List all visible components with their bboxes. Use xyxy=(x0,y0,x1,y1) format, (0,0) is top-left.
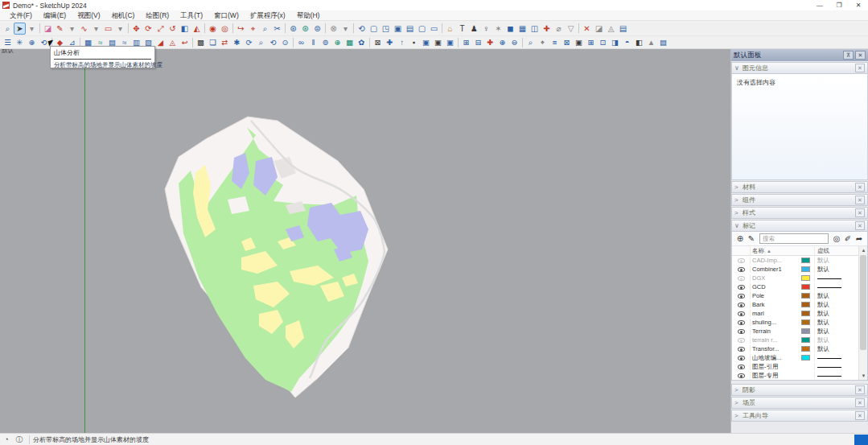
menu-item[interactable]: 编辑(E) xyxy=(38,10,72,21)
array-tool-icon[interactable]: ‖ xyxy=(307,37,319,48)
menu-item[interactable]: 窗口(W) xyxy=(208,10,245,21)
swap-tool-icon[interactable]: ⇄ xyxy=(219,37,231,48)
plugin-add-tool-icon[interactable]: ⊕ xyxy=(26,37,38,48)
tag-color-swatch[interactable] xyxy=(801,346,810,352)
rectangle-tool-icon[interactable]: ▭ xyxy=(102,23,114,35)
scroll-down-icon[interactable]: ▼ xyxy=(859,372,868,380)
maximize-button[interactable]: ❐ xyxy=(829,1,849,10)
visibility-eye-icon[interactable] xyxy=(738,320,745,325)
tag-row[interactable]: 山地坡编... xyxy=(732,353,858,362)
tag-color-swatch[interactable] xyxy=(801,266,810,272)
tag-dash-style[interactable]: 默认 xyxy=(814,257,858,265)
link-tool-icon[interactable]: ∞ xyxy=(295,37,307,48)
section-close-button[interactable]: ✕ xyxy=(855,398,865,407)
visibility-eye-icon[interactable] xyxy=(738,285,745,290)
open-file-icon[interactable]: ◳ xyxy=(380,23,392,35)
visibility-eye-icon[interactable] xyxy=(738,303,745,307)
tag-dash-style[interactable]: 默认 xyxy=(814,301,858,309)
menu-item[interactable]: 相机(C) xyxy=(106,10,141,21)
merge-tool-icon[interactable]: ⊟ xyxy=(472,37,484,48)
tag-name[interactable]: 图层-引用 xyxy=(750,363,796,371)
line-dropdown-icon[interactable]: ▾ xyxy=(66,23,78,35)
name-column-header[interactable]: 名称▲ xyxy=(750,247,796,255)
tag-name[interactable]: marl xyxy=(750,310,796,317)
tag-color-swatch[interactable] xyxy=(801,355,810,361)
visibility-eye-icon[interactable] xyxy=(738,338,745,343)
line-tool-icon[interactable]: ✎ xyxy=(54,23,66,35)
minimize-button[interactable]: — xyxy=(810,1,829,10)
shade-tool-icon[interactable]: ◧ xyxy=(633,37,645,48)
section-close-button[interactable]: ✕ xyxy=(855,385,865,394)
visibility-eye-icon[interactable] xyxy=(738,267,745,272)
arc-dropdown-icon[interactable]: ▾ xyxy=(90,23,102,35)
offset-tool-icon[interactable]: ◧ xyxy=(179,23,191,35)
scale-tool-icon[interactable]: ⤢ xyxy=(154,23,167,35)
hidden-geometry-tool-icon[interactable]: ⌀ xyxy=(553,23,565,35)
curve-tool-icon[interactable]: ↩ xyxy=(179,37,191,48)
tag-name[interactable]: Terrain xyxy=(750,328,796,335)
tags-scrollbar[interactable]: ▲ ▼ xyxy=(858,246,867,380)
add-tag-button[interactable]: ⊕ xyxy=(734,234,746,243)
lock-tool-icon[interactable]: ⊠ xyxy=(372,37,384,48)
dimension-tool-icon[interactable]: ⌖ xyxy=(247,23,259,35)
tag-name[interactable]: terrain r... xyxy=(750,336,796,344)
sandbox-tool-icon[interactable]: ◪ xyxy=(593,23,605,35)
mountain-tool-icon[interactable]: ▲ xyxy=(645,37,657,48)
section-tool-icon[interactable]: ✂ xyxy=(271,23,283,35)
menu-item[interactable]: 文件(F) xyxy=(4,10,38,21)
tag-dash-style[interactable] xyxy=(814,354,858,361)
tags-close-button[interactable]: ✕ xyxy=(855,221,865,230)
tag-row[interactable]: terrain r...默认 xyxy=(732,336,858,344)
save-scene-tool-icon[interactable]: ▣ xyxy=(420,37,432,48)
copy-tool-icon[interactable]: ▤ xyxy=(404,23,416,35)
scrollbar-thumb[interactable] xyxy=(860,255,866,350)
tile-tool-icon[interactable]: ⊞ xyxy=(460,37,472,48)
sheet-tool-icon[interactable]: ▤ xyxy=(657,37,669,48)
half-tool-icon[interactable]: ◨ xyxy=(609,37,621,48)
rotate-tool-icon[interactable]: ⟳ xyxy=(142,23,154,35)
tag-row[interactable]: shuling...默认 xyxy=(732,318,858,327)
plugin-settings-tool-icon[interactable]: ✳ xyxy=(14,37,26,48)
tag-dash-style[interactable]: 默认 xyxy=(814,345,858,353)
zoom-plugin-tool-icon[interactable]: ⌕ xyxy=(255,37,267,48)
zoom-out-tool-icon[interactable]: ⊖ xyxy=(508,37,520,48)
component-tool-icon[interactable]: ◼ xyxy=(504,23,516,35)
tag-dash-style[interactable]: 默认 xyxy=(814,319,858,327)
tag-name[interactable]: GCD xyxy=(750,283,796,290)
tag-dash-style[interactable]: 默认 xyxy=(814,310,858,318)
tag-search-input[interactable] xyxy=(759,233,829,244)
axes-tool-icon[interactable]: ↪ xyxy=(235,23,247,35)
section-header-材料[interactable]: >材料✕ xyxy=(731,181,868,193)
texture-tool-icon[interactable]: ▩ xyxy=(195,37,207,48)
zoom-in-tool-icon[interactable]: ⊕ xyxy=(496,37,508,48)
find-tool-icon[interactable]: ⌕ xyxy=(525,37,537,48)
position-camera-tool-icon[interactable]: ♀ xyxy=(480,23,492,35)
menu-item[interactable]: 视图(V) xyxy=(72,10,105,21)
target-tool-icon[interactable]: ⊚ xyxy=(319,37,331,48)
terrain-model[interactable] xyxy=(0,49,730,433)
visibility-eye-icon[interactable] xyxy=(738,311,745,316)
tag-color-swatch[interactable] xyxy=(801,302,810,307)
text-tool-icon[interactable]: T xyxy=(456,23,468,35)
info-icon[interactable]: ⓘ xyxy=(13,435,26,445)
tag-row[interactable]: CAD-Imp...默认 xyxy=(732,256,858,265)
visibility-eye-icon[interactable] xyxy=(738,365,745,369)
cross-tool-icon[interactable]: ✚ xyxy=(384,37,396,48)
tag-color-swatch[interactable] xyxy=(801,293,810,299)
tag-color-swatch[interactable] xyxy=(801,284,810,290)
select-tool-icon[interactable]: ➤ xyxy=(14,23,26,35)
tag-name[interactable]: shuling... xyxy=(750,319,796,326)
burst-tool-icon[interactable]: ✱ xyxy=(231,37,243,48)
close-button[interactable]: ✕ xyxy=(849,1,868,10)
rollback-tool-icon[interactable]: ⟲ xyxy=(267,37,279,48)
ramp-tool-icon[interactable]: ◢ xyxy=(154,37,167,48)
visibility-eye-icon[interactable] xyxy=(738,329,745,334)
export-tool-icon[interactable]: ▣ xyxy=(444,37,456,48)
menu-item[interactable]: 绘图(R) xyxy=(140,10,175,21)
entity-info-close-button[interactable]: ✕ xyxy=(855,64,865,72)
report-tool-icon[interactable]: ▤ xyxy=(617,23,629,35)
tag-row[interactable]: marl默认 xyxy=(732,309,858,318)
tag-row[interactable]: Combiner1默认 xyxy=(732,265,858,274)
tag-row[interactable]: 图层-专用 xyxy=(732,371,858,380)
cell-tool-icon[interactable]: ⊡ xyxy=(597,37,609,48)
